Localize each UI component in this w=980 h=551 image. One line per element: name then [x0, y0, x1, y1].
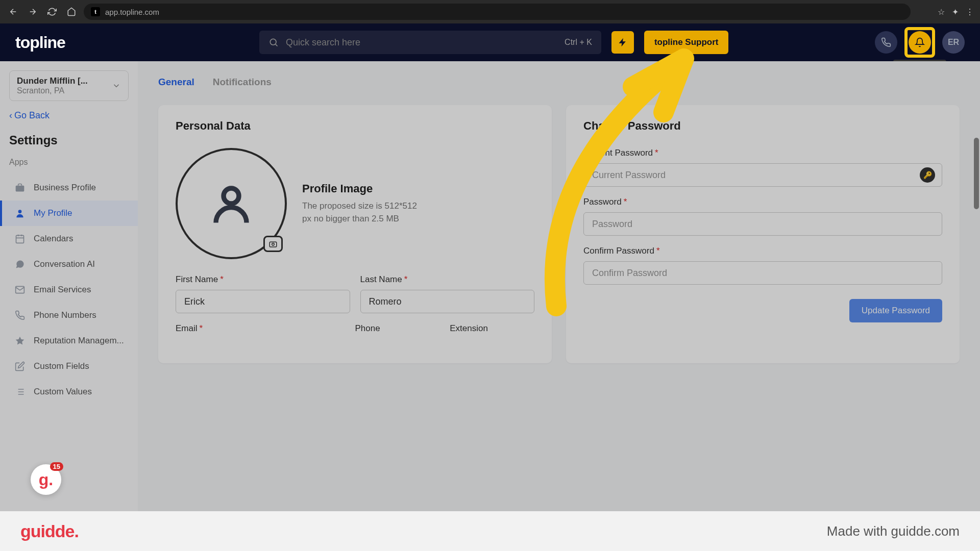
apps-label: Apps: [9, 158, 129, 167]
guidde-float-button[interactable]: g. 15: [31, 464, 61, 495]
new-password-label: Password*: [583, 197, 942, 207]
panel-change-password: Change Password Current Password* 🔑 Pass…: [566, 105, 960, 363]
panel-title: Change Password: [583, 119, 942, 133]
star-icon: [14, 335, 26, 346]
org-selector[interactable]: Dunder Mifflin [... Scranton, PA: [9, 70, 129, 101]
sidebar: Dunder Mifflin [... Scranton, PA ‹ Go Ba…: [0, 61, 138, 511]
svg-rect-3: [16, 235, 24, 243]
search-icon: [268, 37, 279, 47]
badge-count: 15: [50, 462, 63, 471]
current-password-input[interactable]: [583, 163, 942, 187]
confirm-password-label: Confirm Password*: [583, 246, 942, 256]
sidebar-item-email-services[interactable]: Email Services: [0, 277, 138, 303]
sidebar-item-label: Custom Values: [34, 387, 92, 397]
phone-button[interactable]: [875, 31, 897, 54]
profile-image[interactable]: [176, 148, 287, 259]
sidebar-item-calendars[interactable]: Calendars: [0, 226, 138, 252]
sidebar-item-label: Conversation AI: [34, 259, 95, 269]
email-label: Email*: [176, 323, 345, 334]
first-name-input[interactable]: [176, 290, 350, 313]
org-name: Dunder Mifflin [...: [17, 76, 88, 86]
edit-icon: [14, 361, 26, 372]
sidebar-item-label: Business Profile: [34, 183, 96, 193]
user-icon: [208, 181, 254, 227]
scrollbar[interactable]: [974, 138, 979, 209]
phone-icon: [14, 310, 26, 321]
app-topbar: topline Ctrl + K topline Support Notific…: [0, 23, 980, 61]
phone-label: Phone: [355, 323, 440, 334]
browser-chrome: t app.topline.com ☆ ✦ ⋮: [0, 0, 980, 23]
sidebar-item-label: My Profile: [34, 208, 72, 218]
key-icon[interactable]: 🔑: [920, 167, 935, 183]
new-password-input[interactable]: [583, 212, 942, 236]
search-input[interactable]: [286, 37, 557, 48]
sidebar-item-label: Calendars: [34, 234, 74, 244]
sidebar-item-label: Custom Fields: [34, 361, 89, 371]
calendar-icon: [14, 233, 26, 244]
sidebar-item-my-profile[interactable]: My Profile: [0, 201, 138, 226]
last-name-label: Last Name*: [360, 274, 535, 285]
notifications-highlight: Notifications: [904, 27, 935, 58]
menu-icon[interactable]: ⋮: [966, 7, 974, 17]
profile-image-title: Profile Image: [302, 182, 420, 195]
briefcase-icon: [14, 182, 26, 193]
reload-icon[interactable]: [45, 5, 59, 19]
profile-image-desc: The proposed size is 512*512 px no bigge…: [302, 199, 420, 226]
sidebar-item-phone-numbers[interactable]: Phone Numbers: [0, 303, 138, 328]
extension-icon[interactable]: ✦: [952, 7, 959, 17]
address-bar[interactable]: t app.topline.com: [84, 4, 911, 20]
guidde-tagline: Made with guidde.com: [827, 523, 960, 539]
app-logo[interactable]: topline: [15, 33, 65, 52]
svg-rect-1: [16, 186, 24, 192]
first-name-label: First Name*: [176, 274, 350, 285]
sidebar-item-custom-values[interactable]: Custom Values: [0, 379, 138, 405]
list-icon: [14, 386, 26, 397]
panel-title: Personal Data: [176, 119, 534, 133]
site-icon: t: [91, 7, 100, 16]
star-icon[interactable]: ☆: [938, 7, 945, 17]
notifications-button[interactable]: [909, 31, 931, 54]
sidebar-item-label: Phone Numbers: [34, 310, 96, 320]
content-area: General Notifications Personal Data Prof…: [138, 61, 980, 511]
url-text: app.topline.com: [105, 8, 159, 16]
bolt-button[interactable]: [611, 31, 634, 54]
tab-notifications[interactable]: Notifications: [213, 77, 272, 91]
confirm-password-input[interactable]: [583, 261, 942, 285]
sidebar-item-reputation[interactable]: Reputation Managem...: [0, 328, 138, 354]
forward-icon[interactable]: [26, 5, 40, 19]
sidebar-item-label: Reputation Managem...: [34, 336, 124, 346]
last-name-input[interactable]: [360, 290, 535, 313]
update-password-button[interactable]: Update Password: [849, 299, 942, 322]
guidde-g-icon: g.: [39, 470, 53, 489]
svg-point-5: [224, 188, 239, 204]
search-bar[interactable]: Ctrl + K: [259, 31, 601, 54]
svg-point-7: [272, 243, 275, 246]
tab-general[interactable]: General: [158, 77, 194, 91]
tabs: General Notifications: [158, 77, 960, 91]
back-icon[interactable]: [6, 5, 20, 19]
chat-icon: [14, 259, 26, 270]
chevron-down-icon: [112, 81, 121, 90]
sidebar-item-conversation-ai[interactable]: Conversation AI: [0, 252, 138, 277]
svg-rect-6: [270, 242, 277, 247]
sidebar-item-label: Email Services: [34, 285, 91, 295]
guidde-bar: guidde. Made with guidde.com: [0, 511, 980, 551]
kbd-hint: Ctrl + K: [565, 38, 592, 47]
user-icon: [14, 208, 26, 219]
mail-icon: [14, 284, 26, 295]
camera-icon[interactable]: [263, 236, 283, 252]
sidebar-item-business-profile[interactable]: Business Profile: [0, 175, 138, 201]
guidde-logo: guidde.: [20, 521, 79, 541]
home-icon[interactable]: [64, 5, 79, 19]
extension-label: Extension: [450, 323, 534, 334]
sidebar-item-custom-fields[interactable]: Custom Fields: [0, 354, 138, 379]
svg-point-0: [270, 39, 276, 45]
settings-heading: Settings: [9, 133, 129, 147]
app-body: Dunder Mifflin [... Scranton, PA ‹ Go Ba…: [0, 61, 980, 511]
support-button[interactable]: topline Support: [644, 31, 729, 54]
org-location: Scranton, PA: [17, 86, 88, 95]
avatar[interactable]: ER: [942, 31, 965, 54]
go-back-link[interactable]: ‹ Go Back: [9, 110, 129, 121]
panel-personal-data: Personal Data Profile Image The proposed…: [158, 105, 552, 363]
current-password-label: Current Password*: [583, 148, 942, 158]
